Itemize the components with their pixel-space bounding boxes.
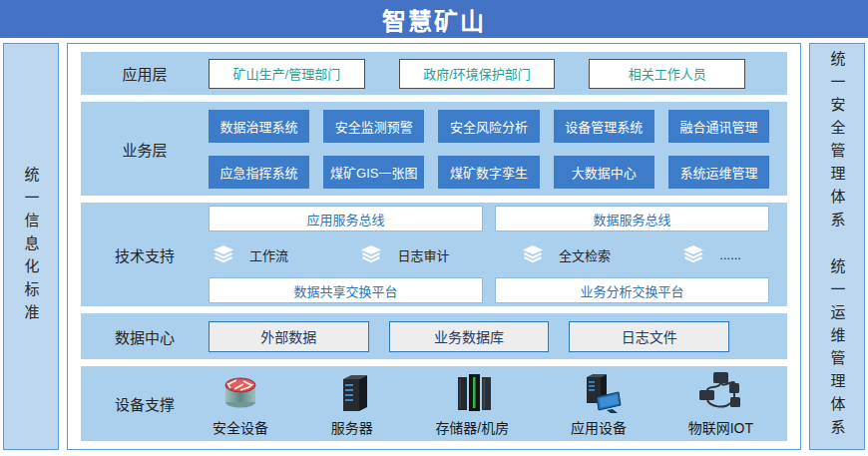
application-item: 矿山生产/管理部门 <box>209 59 365 89</box>
data-center-layer: 数据中心 外部数据 业务数据库 日志文件 <box>81 313 787 359</box>
middleware-label: 全文检索 <box>559 245 611 264</box>
page-title-text: 智慧矿山 <box>382 2 486 37</box>
business-item: 应急指挥系统 <box>209 156 309 189</box>
architecture-panel: 应用层 矿山生产/管理部门 政府/环境保护部门 相关工作人员 业务层 数据治理系… <box>67 43 801 450</box>
left-sidebar: 统一信息化标准 <box>3 43 59 450</box>
business-item: 系统运维管理 <box>668 156 769 189</box>
equipment-item: 物联网IOT <box>688 370 753 437</box>
business-item: 煤矿GIS一张图 <box>323 156 424 189</box>
equipment-label: 设备支撑 <box>81 393 209 414</box>
equipment-items: 安全设备 <box>209 370 753 437</box>
service-bus: 应用服务总线 <box>209 206 483 231</box>
business-layer: 业务层 数据治理系统 安全监测预警 安全风险分析 设备管理系统 融合通讯管理 应… <box>81 102 787 196</box>
equipment-item-label: 应用设备 <box>571 417 627 437</box>
layers-icon <box>360 245 382 263</box>
right-sidebar-label-ops: 统一运维管理体系 <box>830 258 845 442</box>
business-item: 融合通讯管理 <box>668 110 769 143</box>
equipment-item: 存储器/机房 <box>435 370 509 437</box>
diagram-body: 统一信息化标准 应用层 矿山生产/管理部门 政府/环境保护部门 相关工作人员 业… <box>0 38 868 456</box>
iot-icon <box>696 370 744 414</box>
business-item: 大数据中心 <box>554 156 654 189</box>
middleware-label: 工作流 <box>249 245 288 264</box>
equipment-item-label: 服务器 <box>331 417 373 437</box>
right-sidebar-label-security: 统一安全管理体系 <box>830 51 845 234</box>
storage-icon <box>449 370 495 414</box>
application-item: 相关工作人员 <box>589 59 745 89</box>
platform: 业务分析交换平台 <box>495 277 769 303</box>
data-store: 日志文件 <box>569 321 729 352</box>
tech-support-label: 技术支持 <box>81 244 209 265</box>
layers-icon <box>522 245 544 263</box>
equipment-item-label: 存储器/机房 <box>435 417 509 437</box>
data-center-items: 外部数据 业务数据库 日志文件 <box>209 321 729 352</box>
app-device-icon <box>576 370 622 414</box>
equipment-item-label: 物联网IOT <box>688 417 753 437</box>
platform-row: 数据共享交换平台 业务分析交换平台 <box>209 277 769 303</box>
data-store: 业务数据库 <box>389 321 550 352</box>
equipment-layer: 设备支撑 <box>81 366 787 441</box>
equipment-item-label: 安全设备 <box>213 417 268 437</box>
middleware-item: 工作流 <box>213 245 288 264</box>
business-item: 安全监测预警 <box>323 110 424 143</box>
application-layer-items: 矿山生产/管理部门 政府/环境保护部门 相关工作人员 <box>209 59 745 89</box>
application-layer: 应用层 矿山生产/管理部门 政府/环境保护部门 相关工作人员 <box>81 52 787 95</box>
layers-icon <box>682 245 704 263</box>
application-item: 政府/环境保护部门 <box>399 59 556 89</box>
tech-support-items: 应用服务总线 数据服务总线 工作流 <box>209 206 769 303</box>
middleware-label: 日志审计 <box>397 245 449 264</box>
page-title: 智慧矿山 <box>0 0 868 38</box>
equipment-item: 服务器 <box>330 370 374 437</box>
service-bus: 数据服务总线 <box>495 206 769 231</box>
business-layer-label: 业务层 <box>81 139 209 160</box>
firewall-icon <box>217 370 263 414</box>
application-layer-label: 应用层 <box>81 63 209 84</box>
data-center-label: 数据中心 <box>81 326 209 347</box>
business-layer-items: 数据治理系统 安全监测预警 安全风险分析 设备管理系统 融合通讯管理 应急指挥系… <box>209 110 769 189</box>
right-sidebar: 统一安全管理体系 统一运维管理体系 <box>809 43 865 450</box>
layers-icon <box>213 245 234 263</box>
business-item: 设备管理系统 <box>554 110 654 143</box>
business-item: 安全风险分析 <box>438 110 539 143</box>
business-row-2: 应急指挥系统 煤矿GIS一张图 煤矿数字孪生 大数据中心 系统运维管理 <box>209 156 769 189</box>
equipment-item: 安全设备 <box>213 370 268 437</box>
business-row-1: 数据治理系统 安全监测预警 安全风险分析 设备管理系统 融合通讯管理 <box>209 110 769 143</box>
business-item: 煤矿数字孪生 <box>438 156 539 189</box>
data-store: 外部数据 <box>209 321 369 352</box>
middleware-row: 工作流 日志审计 <box>209 241 769 267</box>
left-sidebar-label: 统一信息化标准 <box>24 167 39 327</box>
business-item: 数据治理系统 <box>209 110 309 143</box>
service-bus-row: 应用服务总线 数据服务总线 <box>209 206 769 231</box>
middleware-item: 日志审计 <box>360 245 449 264</box>
tech-support-layer: 技术支持 应用服务总线 数据服务总线 工作流 <box>81 203 787 306</box>
server-icon <box>330 370 374 414</box>
middleware-item: 全文检索 <box>522 245 611 264</box>
platform: 数据共享交换平台 <box>209 277 483 303</box>
middleware-label: ...... <box>719 247 741 262</box>
middleware-item: ...... <box>682 245 741 263</box>
equipment-item: 应用设备 <box>571 370 627 437</box>
